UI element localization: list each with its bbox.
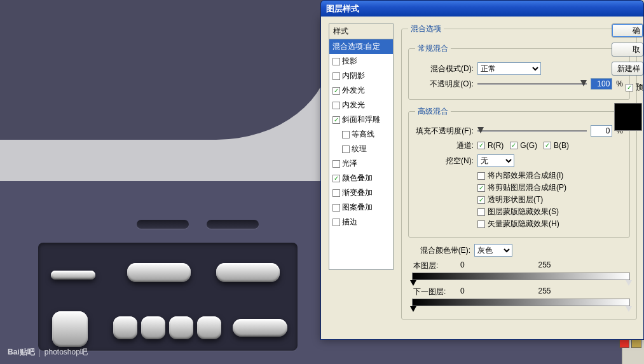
style-item[interactable]: 等高线 [329,127,393,142]
advanced-option-label: 将内部效果混合成组(I) [488,170,563,181]
style-item-label: 描边 [342,217,357,227]
preview-checkbox[interactable]: ✓预 [612,82,643,93]
style-item[interactable]: 光泽 [329,156,393,171]
blendif-select[interactable]: 灰色 [474,244,512,257]
advanced-option[interactable]: ✓将剪贴图层混合成组(P) [477,182,623,193]
channel-r-label: R(R) [488,141,504,150]
checkbox-icon [332,204,340,212]
style-item-label: 内阴影 [342,71,365,81]
style-item[interactable]: 混合选项:自定 [329,39,393,54]
fill-opacity-label: 填充不透明度(F): [415,126,474,137]
blend-mode-select[interactable]: 正常 [477,62,541,75]
checkbox-icon: ✓ [332,175,340,182]
style-item-label: 斜面和浮雕 [342,114,380,125]
under-high: 255 [516,286,572,297]
style-item-label: 纹理 [352,144,367,154]
checkbox-icon [332,102,340,109]
style-item[interactable]: ✓颜色叠加 [329,171,393,185]
style-item[interactable]: 内发光 [329,98,393,112]
watermark: Bai贴吧 | photoshop吧 [8,347,88,358]
under-low: 0 [460,286,516,297]
advanced-blending-legend: 高级混合 [415,106,451,117]
preview-swatch [614,103,642,131]
watermark-logo: Bai贴吧 [8,347,35,358]
under-layer-label: 下一图层: [413,286,460,297]
channel-b[interactable]: ✓B(B) [544,141,569,150]
checkbox-icon [477,220,485,228]
styles-header: 样式 [329,24,394,39]
style-item[interactable]: 纹理 [329,142,393,156]
style-item-label: 图案叠加 [342,202,373,213]
checkbox-icon [342,131,350,138]
advanced-option-label: 透明形状图层(T) [488,194,543,205]
styles-list[interactable]: 混合选项:自定投影内阴影✓外发光内发光✓斜面和浮雕等高线纹理光泽✓颜色叠加渐变叠… [329,39,394,270]
this-layer-gradient[interactable] [412,273,630,280]
this-low: 0 [460,260,516,271]
style-item[interactable]: 投影 [329,54,393,69]
advanced-option-label: 将剪贴图层混合成组(P) [488,182,566,193]
channel-g[interactable]: ✓G(G) [510,141,537,150]
style-item[interactable]: ✓外发光 [329,83,393,98]
swatch-red[interactable] [619,339,629,348]
channel-r[interactable]: ✓R(R) [477,141,504,150]
style-item-label: 颜色叠加 [342,173,373,184]
advanced-option[interactable]: 将内部效果混合成组(I) [477,170,623,181]
channels-label: 通道: [415,140,474,151]
dialog-titlebar[interactable]: 图层样式 [320,0,644,17]
opacity-slider[interactable] [477,79,587,88]
fill-opacity-slider[interactable] [477,126,587,135]
watermark-text: photoshop吧 [45,347,88,358]
style-item[interactable]: ✓斜面和浮雕 [329,112,393,127]
style-item-label: 内发光 [342,100,365,111]
channel-b-label: B(B) [554,141,569,150]
style-item-label: 混合选项:自定 [332,41,380,52]
style-item[interactable]: 内阴影 [329,69,393,83]
cancel-button[interactable]: 取 [612,43,643,57]
advanced-option-label: 矢量蒙版隐藏效果(H) [488,219,559,229]
new-label: 新建样 [617,64,640,74]
watermark-divider: | [39,348,41,357]
blendif-label: 混合颜色带(E): [408,245,470,256]
checkbox-icon: ✓ [477,184,485,192]
advanced-option[interactable]: ✓透明形状图层(T) [477,194,623,205]
style-item[interactable]: 描边 [329,215,393,229]
style-item[interactable]: 图案叠加 [329,200,393,215]
opacity-value[interactable]: 100 [591,78,612,90]
ok-label: 确 [633,25,640,36]
style-item-label: 光泽 [342,158,357,169]
checkbox-icon [477,208,485,216]
channel-g-label: G(G) [520,141,537,150]
advanced-option[interactable]: 图层蒙版隐藏效果(S) [477,206,623,217]
blending-options-legend: 混合选项 [408,24,444,34]
style-item-label: 等高线 [352,129,374,140]
new-style-button[interactable]: 新建样 [612,62,643,76]
this-high: 255 [516,260,572,271]
checkbox-icon [332,72,340,80]
ok-button[interactable]: 确 [612,24,643,37]
style-item[interactable]: 渐变叠加 [329,185,393,200]
blending-options-group: 混合选项 常规混合 混合模式(D): 正常 不透明度(O): 100 % [401,24,637,320]
opacity-label: 不透明度(O): [415,79,474,90]
checkbox-icon [342,145,350,153]
this-layer-label: 本图层: [413,260,460,271]
preview-label: 预 [636,82,643,93]
under-layer-gradient[interactable] [412,299,630,306]
checkbox-icon: ✓ [332,116,340,124]
advanced-option-label: 图层蒙版隐藏效果(S) [488,206,559,217]
checkbox-icon [332,160,340,168]
advanced-option[interactable]: 矢量蒙版隐藏效果(H) [477,219,623,229]
checkbox-icon [332,219,340,226]
knockout-label: 挖空(N): [415,156,474,166]
checkbox-icon: ✓ [332,87,340,95]
swatch-orange[interactable] [631,339,641,348]
checkbox-icon [477,172,485,180]
style-item-label: 投影 [342,56,357,67]
fill-opacity-value[interactable]: 0 [591,125,612,137]
blend-mode-label: 混合模式(D): [415,64,474,74]
style-item-label: 渐变叠加 [342,187,373,198]
style-item-label: 外发光 [342,85,365,96]
layer-style-dialog: 图层样式 样式 混合选项:自定投影内阴影✓外发光内发光✓斜面和浮雕等高线纹理光泽… [320,16,644,340]
checkbox-icon [332,58,340,65]
knockout-select[interactable]: 无 [477,154,514,167]
dialog-title: 图层样式 [326,4,359,13]
